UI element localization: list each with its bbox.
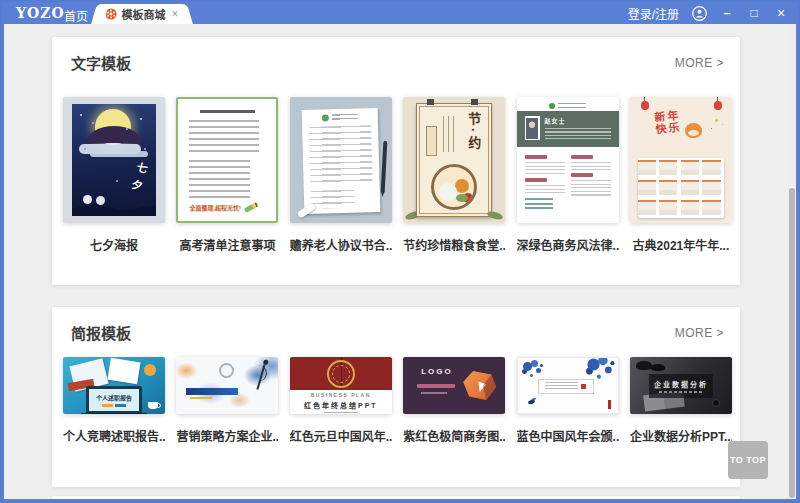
logo-text: LOGO	[421, 367, 453, 376]
template-label: 高考清单注意事项	[176, 236, 278, 253]
template-label: 蓝色中国风年会颁...	[517, 427, 619, 444]
template-row: 七夕 七夕海报 全面整理,超程无忧!	[63, 97, 732, 253]
template-thumbnail-blue-flower-slide[interactable]	[517, 357, 619, 414]
tab-label: 模板商城	[121, 6, 165, 22]
tab-home[interactable]: 首页	[64, 7, 88, 24]
template-thumbnail-newyear-calendar[interactable]: 新年快乐	[630, 97, 732, 223]
center-title-box	[538, 379, 594, 394]
section-bar	[525, 155, 547, 159]
blue-flower-cluster	[587, 358, 599, 370]
photo-placeholder	[526, 118, 538, 139]
template-thumbnail-gaokao-doc[interactable]: 全面整理,超程无忧!	[176, 97, 278, 223]
gear-circle	[219, 363, 234, 378]
badge-dot	[322, 114, 329, 121]
doc-title-bar	[200, 110, 255, 113]
art-hanging-scroll: 节·约	[416, 103, 492, 217]
template-item-gaokao[interactable]: 全面整理,超程无忧! 高考清单注意事项	[176, 97, 278, 253]
slide-text-block: BUSINESS PLAN 红色年终总结PPT	[290, 392, 392, 414]
title-overlay-band: 企业数据分析	[649, 374, 713, 398]
minimize-icon[interactable]: –	[720, 7, 734, 19]
template-thumbnail-red-slide[interactable]: BUSINESS PLAN 红色年终总结PPT	[290, 357, 392, 414]
titlebar: YOZO 首页 模板商城 × 登录/注册 – □ ×	[2, 2, 798, 24]
user-icon[interactable]	[692, 6, 707, 21]
template-thumbnail-purple-slide[interactable]: LOGO	[403, 357, 505, 414]
template-item-calendar[interactable]: 新年快乐 古典2021年牛年...	[630, 97, 732, 253]
slide-text-bar	[417, 384, 455, 388]
art-paper-page	[301, 108, 380, 214]
template-item-agreement[interactable]: 赡养老人协议书合...	[290, 97, 392, 253]
lowpoly-gem	[463, 371, 496, 400]
ox-mascot	[685, 123, 702, 138]
template-item-red-cny[interactable]: BUSINESS PLAN 红色年终总结PPT 红色元旦中国风年...	[290, 357, 392, 444]
doc-footer-text: 全面整理,超程无忧!	[189, 203, 241, 212]
template-item-shuzhi[interactable]: 个人述职报告 个人竞聘述职报告...	[63, 357, 165, 444]
slide-caption-lines	[324, 412, 358, 414]
section-header: 文字模板 MORE >	[52, 37, 740, 73]
template-item-jieyue[interactable]: 节·约 节约珍惜粮食食堂...	[403, 97, 505, 253]
slide-subtitle-dots	[659, 391, 703, 393]
template-thumbnail-dark-slide[interactable]: 企业数据分析	[630, 357, 732, 414]
resume-photo	[525, 116, 540, 140]
template-label: 红色元旦中国风年...	[290, 427, 392, 444]
coffee-cup-icon	[148, 402, 158, 409]
resume-name-text: 赵女士	[545, 116, 611, 125]
more-link-text-templates[interactable]: MORE >	[675, 56, 724, 70]
cloud-shape	[79, 144, 141, 154]
template-label: 赡养老人协议书合...	[290, 236, 392, 253]
bridge-silhouette	[86, 126, 142, 143]
template-item-blue-cny[interactable]: 蓝色中国风年会颁...	[517, 357, 619, 444]
to-top-button[interactable]: TO TOP	[728, 441, 768, 479]
characters-dots	[83, 195, 92, 204]
golden-ornament-ring	[327, 360, 355, 388]
template-label: 企业数据分析PPT...	[630, 427, 732, 444]
template-label: 营销策略方案企业...	[176, 427, 278, 444]
section-title: 文字模板	[71, 52, 131, 73]
template-label: 节约珍惜粮食食堂...	[403, 236, 505, 253]
template-thumbnail-green-resume[interactable]: 赵女士	[517, 97, 619, 223]
title-text-lines	[545, 382, 577, 390]
firework-dots	[715, 119, 718, 122]
slide-title-text: 企业数据分析	[654, 379, 708, 389]
laptop-screen: 个人述职报告	[86, 386, 142, 414]
vertical-text-lines	[443, 116, 457, 152]
template-item-marketing[interactable]: 营销策略方案企业...	[176, 357, 278, 444]
template-item-data-analysis[interactable]: 企业数据分析 企业数据分析PPT...	[630, 357, 732, 444]
art-night-poster: 七夕	[72, 104, 156, 216]
template-item-resume[interactable]: 赵女士	[517, 97, 619, 253]
template-thumbnail-report-slide[interactable]: 个人述职报告	[63, 357, 165, 414]
maximize-icon[interactable]: □	[747, 7, 761, 19]
resume-header-lines	[545, 128, 611, 140]
tab-template-store[interactable]: 模板商城 ×	[100, 4, 184, 24]
scrollbar[interactable]	[788, 24, 796, 499]
poster-title-text: 七夕	[129, 159, 152, 197]
pencil-icon	[244, 202, 259, 213]
close-icon[interactable]: ×	[774, 6, 788, 20]
resume-body	[517, 147, 619, 214]
resume-column	[571, 152, 611, 209]
template-thumbnail-jieyue-scroll[interactable]: 节·约	[403, 97, 505, 223]
section-bar	[571, 155, 593, 159]
scrollbar-thumb[interactable]	[789, 188, 795, 498]
blue-flower-cluster	[523, 362, 532, 371]
vertical-label-box	[426, 126, 437, 156]
template-label: 七夕海报	[63, 236, 165, 253]
template-thumbnail-qixi-poster[interactable]: 七夕	[63, 97, 165, 223]
doc-text-lines	[309, 125, 372, 185]
template-thumbnail-marketing-slide[interactable]	[176, 357, 278, 414]
template-item-qixi[interactable]: 七夕 七夕海报	[63, 97, 165, 253]
titlebar-right: 登录/注册 – □ ×	[628, 2, 788, 24]
close-tab-icon[interactable]: ×	[171, 8, 178, 20]
login-register-link[interactable]: 登录/注册	[628, 5, 679, 22]
section-title: 简报模板	[71, 322, 131, 343]
slide-subtitle-text: BUSINESS PLAN	[311, 392, 371, 398]
more-link-ppt-templates[interactable]: MORE >	[675, 326, 724, 340]
orange-circle	[144, 364, 156, 376]
template-label: 古典2021年牛年...	[630, 236, 732, 253]
ground-silhouette	[72, 203, 156, 216]
template-thumbnail-agreement-doc[interactable]	[290, 97, 392, 223]
badge-dot	[549, 103, 555, 109]
stars-dots	[80, 114, 82, 116]
red-seal	[581, 384, 586, 389]
template-item-purple[interactable]: LOGO 紫红色极简商务图...	[403, 357, 505, 444]
slide-text-bar	[421, 392, 447, 394]
